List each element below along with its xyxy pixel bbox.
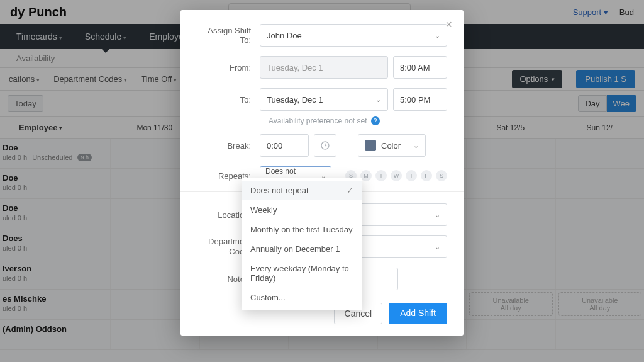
color-select[interactable]: Color ⌄: [358, 134, 426, 157]
from-date-input[interactable]: Tuesday, Dec 1: [260, 56, 388, 79]
to-label: To:: [197, 95, 260, 105]
break-input[interactable]: 0:00: [260, 134, 309, 157]
help-icon[interactable]: ?: [371, 116, 380, 125]
day-chip[interactable]: T: [375, 170, 387, 181]
check-icon: ✓: [347, 186, 353, 195]
color-swatch: [365, 140, 376, 151]
to-date-select[interactable]: Tuesday, Dec 1⌄: [260, 88, 388, 111]
chevron-down-icon: ⌄: [435, 31, 440, 40]
assign-label: Assign Shift To:: [197, 26, 260, 45]
from-label: From:: [197, 63, 260, 72]
repeat-option[interactable]: Does not repeat✓: [242, 181, 362, 200]
repeat-option[interactable]: Annually on December 1: [242, 239, 362, 259]
clock-icon[interactable]: [314, 134, 336, 157]
break-label: Break:: [197, 141, 260, 150]
repeat-option[interactable]: Custom...: [242, 288, 362, 307]
chevron-down-icon: ⌄: [435, 243, 440, 251]
repeat-option[interactable]: Weekly: [242, 200, 362, 220]
chevron-down-icon: ⌄: [435, 211, 440, 219]
add-shift-button[interactable]: Add Shift: [389, 303, 447, 324]
chevron-down-icon: ⌄: [413, 142, 419, 150]
repeat-option[interactable]: Every weekday (Monday to Friday): [242, 259, 362, 288]
day-chip[interactable]: W: [391, 170, 402, 181]
assign-value: John Doe: [267, 31, 302, 40]
day-chip[interactable]: S: [436, 170, 447, 181]
repeats-dropdown: Does not repeat✓ Weekly Monthly on the f…: [242, 178, 362, 310]
availability-hint: Availability preference not set ?: [269, 116, 447, 125]
assign-select[interactable]: John Doe ⌄: [260, 24, 447, 47]
chevron-down-icon: ⌄: [375, 96, 381, 104]
day-chip[interactable]: T: [406, 170, 417, 181]
day-chip[interactable]: F: [421, 170, 432, 181]
to-time-input[interactable]: 5:00 PM: [393, 88, 447, 111]
from-time-input[interactable]: 8:00 AM: [393, 56, 447, 79]
repeat-option[interactable]: Monthly on the first Tuesday: [242, 220, 362, 239]
